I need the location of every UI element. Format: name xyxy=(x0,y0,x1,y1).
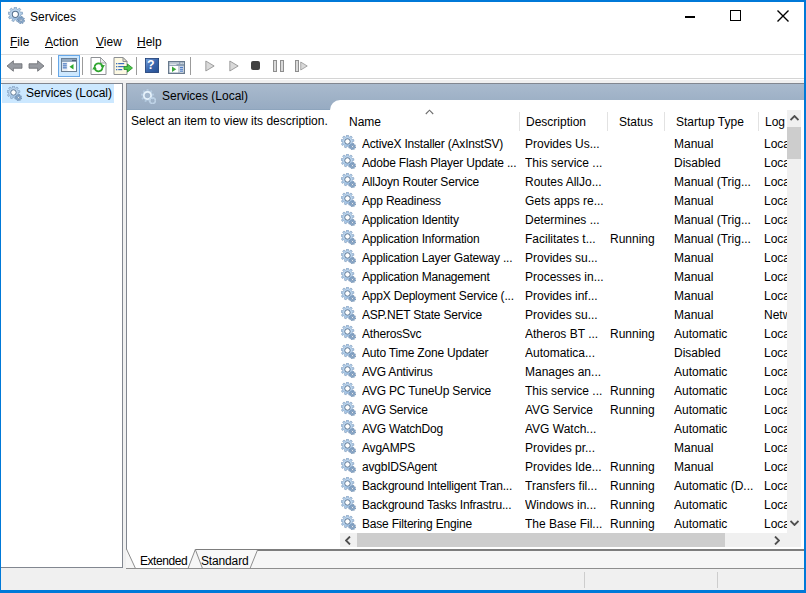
svg-text:?: ? xyxy=(147,58,155,72)
